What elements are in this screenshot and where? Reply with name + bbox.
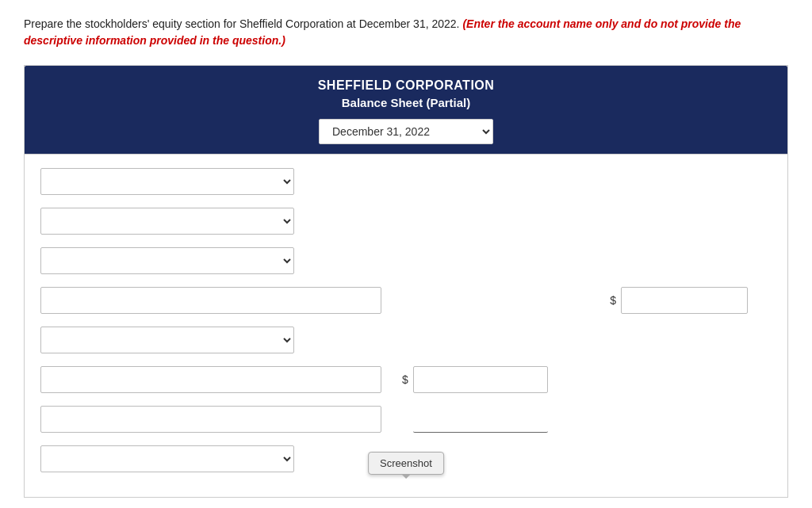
form-row-2 — [40, 207, 772, 235]
account-dropdown-1[interactable] — [40, 168, 294, 195]
bottom-bar: Screenshot — [40, 445, 772, 484]
screenshot-tooltip: Screenshot — [368, 452, 444, 475]
form-row-5 — [40, 326, 772, 354]
account-text-3[interactable] — [40, 406, 381, 433]
dollar-sign-2: $ — [402, 373, 408, 386]
amount-field-1[interactable] — [621, 287, 748, 314]
company-name: SHEFFIELD CORPORATION — [40, 78, 772, 93]
account-text-1[interactable] — [40, 287, 381, 314]
report-title: Balance Sheet (Partial) — [40, 96, 772, 109]
screenshot-label: Screenshot — [380, 457, 432, 469]
form-row-3 — [40, 246, 772, 275]
account-text-2[interactable] — [40, 366, 381, 393]
account-dropdown-3[interactable] — [40, 247, 294, 274]
mid-amount-row7: $ — [397, 406, 548, 433]
date-dropdown[interactable]: December 31, 2022 — [319, 119, 493, 144]
company-name-bold: CORPORATION — [396, 78, 494, 92]
right-amount-row4: $ — [605, 287, 748, 314]
form-row-4: $ — [40, 286, 772, 315]
form-row-7: $ — [40, 405, 772, 434]
amount-field-3[interactable] — [413, 406, 548, 433]
account-dropdown-4[interactable] — [40, 327, 294, 353]
account-dropdown-5[interactable] — [40, 445, 294, 472]
form-row-1 — [40, 167, 772, 196]
instructions-main: Prepare the stockholders' equity section… — [24, 17, 460, 30]
amount-field-2[interactable] — [413, 366, 548, 393]
form-area: $ $ $ — [24, 155, 788, 498]
form-row-6: $ — [40, 365, 772, 394]
balance-sheet-header: SHEFFIELD CORPORATION Balance Sheet (Par… — [24, 65, 788, 155]
company-name-normal: SHEFFIELD — [318, 78, 392, 92]
dollar-sign-1: $ — [610, 294, 616, 307]
mid-amount-row6: $ — [397, 366, 548, 393]
instructions-text: Prepare the stockholders' equity section… — [24, 16, 788, 49]
account-dropdown-2[interactable] — [40, 208, 294, 235]
